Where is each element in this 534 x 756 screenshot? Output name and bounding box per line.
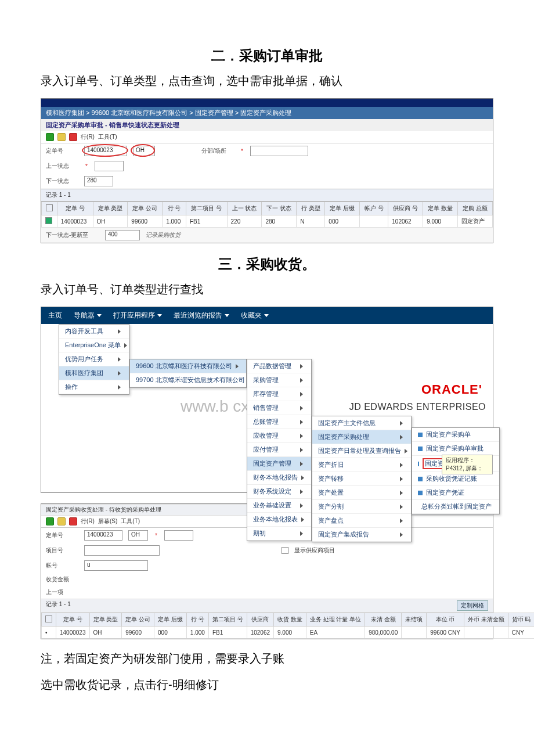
orderno-input[interactable]: 14000023: [84, 530, 122, 541]
gl-checkbox[interactable]: [282, 547, 288, 554]
nav-home[interactable]: 主页: [48, 311, 62, 321]
toolbar-tools[interactable]: 工具(T): [98, 133, 117, 141]
mi-bizloc[interactable]: 业务本地化报表: [247, 513, 311, 527]
col-suffix[interactable]: 定单 后缀: [325, 202, 360, 215]
ok-icon[interactable]: [46, 133, 54, 141]
mi-ar[interactable]: 应收管理: [247, 429, 311, 443]
customize-grid-button[interactable]: 定制网格: [457, 600, 488, 611]
col-orderno[interactable]: 定单 号: [56, 613, 90, 627]
nav-navigator[interactable]: 导航器: [74, 311, 102, 321]
toolbar-row[interactable]: 行(R): [81, 133, 95, 141]
mi-fa[interactable]: 固定资产管理: [247, 457, 311, 471]
mi-content-dev[interactable]: 内容开发工具: [59, 325, 129, 339]
table-row[interactable]: • 14000023 OH 99600 000 1.000 FB1 102062…: [42, 627, 535, 639]
cancel-icon[interactable]: [69, 517, 77, 525]
col-ordertype[interactable]: 定单 类型: [93, 202, 128, 215]
ok-icon[interactable]: [46, 517, 54, 525]
acct-input[interactable]: u: [84, 560, 148, 571]
select-all[interactable]: [45, 615, 52, 622]
row-check[interactable]: [45, 217, 52, 224]
mi-fa-count[interactable]: 资产盘点: [312, 514, 411, 528]
nav-open-app[interactable]: 打开应用程序: [113, 311, 162, 321]
col-company[interactable]: 定单 公司: [128, 202, 163, 215]
mi-fa-split[interactable]: 资产分割: [312, 500, 411, 514]
find-icon[interactable]: [57, 133, 66, 141]
col-supplier[interactable]: 供应商 号: [388, 202, 423, 215]
col-amount[interactable]: 定购 总额: [458, 202, 493, 215]
mi-fa-po-entry[interactable]: 固定资产采购单: [412, 428, 499, 442]
mi-so[interactable]: 销售管理: [247, 401, 311, 415]
mi-fa-cert[interactable]: 固定资产凭证: [412, 486, 499, 500]
col-company[interactable]: 定单 公司: [122, 613, 154, 627]
mi-fa-po[interactable]: 固定资产采购处理: [312, 430, 411, 444]
mi-fa-xfer[interactable]: 资产转移: [312, 472, 411, 486]
suffix-input[interactable]: [164, 530, 193, 541]
mi-fa-depr[interactable]: 资产折旧: [312, 458, 411, 472]
item-input[interactable]: [84, 545, 160, 556]
mi-99700[interactable]: 99700 北京螺禾谊安信息技术有限公司: [130, 373, 246, 387]
toolbar-screen[interactable]: 屏幕(S): [98, 517, 117, 525]
col-cur[interactable]: 货币 码: [508, 613, 534, 627]
nav-fav[interactable]: 收藏夹: [241, 311, 269, 321]
mi-pdm[interactable]: 产品数据管理: [247, 359, 311, 373]
square-icon: [418, 477, 423, 481]
col-item2[interactable]: 第二项目 号: [186, 202, 227, 215]
table-row[interactable]: 14000023 OH 99600 1.000 FB1 220 280 N 00…: [42, 215, 493, 228]
toolbar-tools[interactable]: 工具(T): [121, 517, 140, 525]
mi-ap[interactable]: 应付管理: [247, 443, 311, 457]
mi-po[interactable]: 采购管理: [247, 373, 311, 387]
col-line[interactable]: 行 号: [186, 613, 208, 627]
col-openamt[interactable]: 未清 金额: [365, 613, 402, 627]
mi-fa-post[interactable]: 总帐分类过帐到固定资产: [412, 500, 499, 514]
mi-ops[interactable]: 操作: [59, 380, 129, 394]
mi-bizset[interactable]: 业务基础设置: [247, 499, 311, 513]
prev-status-input[interactable]: [95, 161, 124, 171]
menu-level-1[interactable]: 内容开发工具 EnterpriseOne 菜单 优势用户任务 模和医疗集团 操作: [59, 324, 129, 395]
mi-finloc[interactable]: 财务本地化报告: [247, 471, 311, 485]
col-linetype[interactable]: 行 类型: [297, 202, 325, 215]
next-status-input[interactable]: 280: [84, 176, 113, 186]
mi-eone[interactable]: EnterpriseOne 菜单: [59, 339, 129, 352]
col-prev[interactable]: 上一 状态: [227, 202, 262, 215]
col-qty[interactable]: 定单 数量: [423, 202, 458, 215]
mi-fa-int[interactable]: 固定资产集成报告: [312, 528, 411, 542]
receipt-grid[interactable]: 定单 号 定单 类型 定单 公司 定单 后缀 行 号 第二项目 号 供应商 收货…: [41, 613, 534, 639]
mi-group[interactable]: 模和医疗集团: [59, 366, 129, 380]
col-uom[interactable]: 业务 处理 计量 单位: [306, 613, 365, 627]
col-item2[interactable]: 第二项目 号: [208, 613, 247, 627]
mi-fa-master[interactable]: 固定资产主文件信息: [312, 416, 411, 430]
mi-period[interactable]: 期初: [247, 527, 311, 541]
menu-level-2[interactable]: 99600 北京螺和医疗科技有限公司 99700 北京螺禾谊安信息技术有限公司: [129, 359, 247, 388]
watermark: www.b cx.: [181, 397, 254, 416]
approval-grid[interactable]: 定单 号 定单 类型 定单 公司 行 号 第二项目 号 上一 状态 下一 状态 …: [41, 201, 493, 228]
ordertype-input[interactable]: OH: [128, 530, 148, 541]
mi-finset[interactable]: 财务系统设定: [247, 485, 311, 499]
select-all[interactable]: [46, 204, 53, 211]
mi-fa-daily[interactable]: 固定资产日常处理及查询报告: [312, 444, 411, 458]
col-line[interactable]: 行 号: [163, 202, 186, 215]
col-fx[interactable]: 外币 未清金额: [464, 613, 508, 627]
menu-level-3[interactable]: 产品数据管理 采购管理 库存管理 销售管理 总账管理 应收管理 应付管理 固定资…: [247, 359, 312, 541]
mi-99600[interactable]: 99600 北京螺和医疗科技有限公司: [130, 359, 246, 373]
menu-level-4[interactable]: 固定资产主文件信息 固定资产采购处理 固定资产日常处理及查询报告 资产折旧 资产…: [312, 416, 412, 542]
col-ordertype[interactable]: 定单 类型: [89, 613, 122, 627]
cancel-icon[interactable]: [69, 133, 77, 141]
mi-fa-po-approve[interactable]: 固定资产采购单审批: [412, 442, 499, 456]
mi-inv[interactable]: 库存管理: [247, 387, 311, 401]
mi-gl[interactable]: 总账管理: [247, 415, 311, 429]
mi-poweruser[interactable]: 优势用户任务: [59, 352, 129, 366]
col-base[interactable]: 本位 币: [427, 613, 464, 627]
col-suffix[interactable]: 定单 后缀: [154, 613, 187, 627]
col-orderno[interactable]: 定单 号: [57, 202, 93, 215]
footer-val[interactable]: 400: [105, 230, 140, 240]
find-icon[interactable]: [57, 517, 66, 525]
col-next[interactable]: 下一 状态: [262, 202, 297, 215]
mi-fa-disp[interactable]: 资产处置: [312, 486, 411, 500]
branch-input[interactable]: [250, 146, 308, 156]
col-qty[interactable]: 收货 数量: [274, 613, 306, 627]
col-open[interactable]: 未结项: [402, 613, 427, 627]
nav-recent[interactable]: 最近浏览的报告: [174, 311, 229, 321]
col-supplier[interactable]: 供应商: [247, 613, 273, 627]
toolbar-row[interactable]: 行(R): [81, 517, 95, 525]
col-acct[interactable]: 帐户 号: [360, 202, 388, 215]
